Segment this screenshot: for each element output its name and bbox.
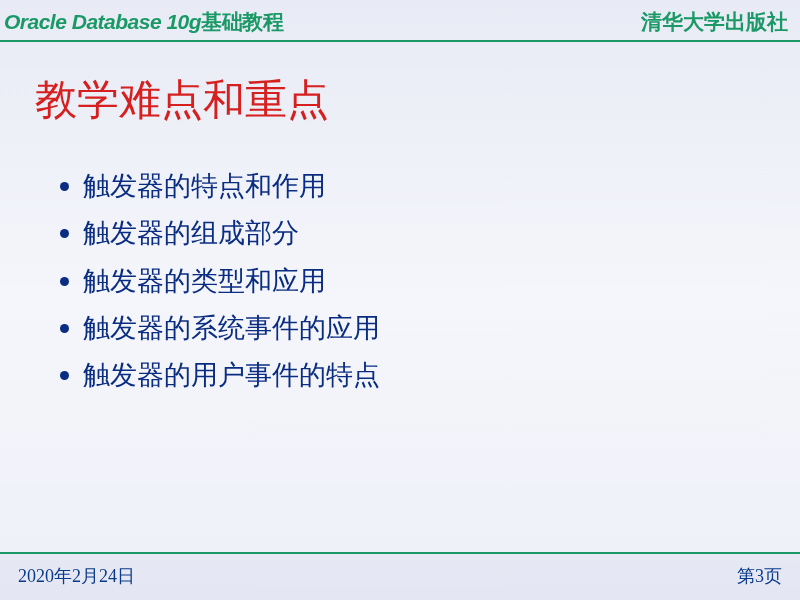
- list-item: 触发器的系统事件的应用: [60, 305, 760, 352]
- list-item: 触发器的类型和应用: [60, 258, 760, 305]
- bullet-icon: [60, 229, 69, 238]
- footer-date: 2020年2月24日: [18, 564, 135, 588]
- list-item-text: 触发器的类型和应用: [83, 258, 326, 305]
- bullet-list: 触发器的特点和作用 触发器的组成部分 触发器的类型和应用 触发器的系统事件的应用…: [40, 163, 760, 399]
- list-item-text: 触发器的系统事件的应用: [83, 305, 380, 352]
- list-item: 触发器的特点和作用: [60, 163, 760, 210]
- course-title: Oracle Database 10g基础教程: [4, 8, 283, 36]
- list-item-text: 触发器的组成部分: [83, 210, 299, 257]
- title-chinese: 基础教程: [201, 10, 283, 33]
- list-item-text: 触发器的用户事件的特点: [83, 352, 380, 399]
- bullet-icon: [60, 182, 69, 191]
- bullet-icon: [60, 371, 69, 380]
- slide-content: 教学难点和重点 触发器的特点和作用 触发器的组成部分 触发器的类型和应用 触发器…: [0, 42, 800, 429]
- bullet-icon: [60, 324, 69, 333]
- slide-title: 教学难点和重点: [35, 72, 760, 128]
- title-english: Oracle Database 10g: [4, 10, 201, 33]
- bullet-icon: [60, 277, 69, 286]
- publisher-name: 清华大学出版社: [641, 8, 788, 36]
- slide-header: Oracle Database 10g基础教程 清华大学出版社: [0, 0, 800, 42]
- slide-footer: 2020年2月24日 第3页: [0, 552, 800, 600]
- list-item-text: 触发器的特点和作用: [83, 163, 326, 210]
- footer-page-number: 第3页: [737, 564, 782, 588]
- list-item: 触发器的组成部分: [60, 210, 760, 257]
- list-item: 触发器的用户事件的特点: [60, 352, 760, 399]
